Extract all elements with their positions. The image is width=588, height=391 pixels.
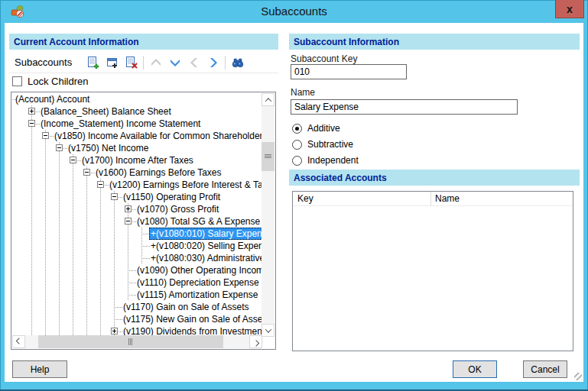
tree-item[interactable]: +(v1080:030) Administrative E [11,252,262,264]
tree-item[interactable]: (v1175) New Gain on Sale of Assets [11,313,262,325]
account-tree: (Account) Account(Balance_Sheet) Balance… [11,92,276,350]
tree-item[interactable]: +(v1080:020) Selling Expense [11,240,262,252]
tree-item[interactable]: (v1150) Operating Profit [11,191,262,203]
tree-item[interactable]: (v1080) Total SG & A Expense [11,215,262,228]
tree-item-label[interactable]: (v1200) Earnings Before Interest & Taxes [108,179,262,191]
tree-item-label[interactable]: (Income_Statement) Income Statement [39,118,202,130]
radio-option-label: Subtractive [307,139,353,150]
name-input[interactable] [291,99,518,115]
tree-item[interactable]: (v1850) Income Available for Common Shar… [11,130,262,142]
collapse-box[interactable] [70,157,76,163]
delete-subaccount-icon[interactable] [122,54,141,71]
tree-item-label[interactable]: (v1700) Income After Taxes [80,154,195,166]
tree-rows: (Account) Account(Balance_Sheet) Balance… [11,93,262,337]
insert-subaccount-icon[interactable] [102,54,122,71]
tree-item-label[interactable]: (v1115) Amortization Expense [135,289,259,301]
associated-accounts-table: Key Name [292,191,573,351]
tree-item[interactable]: (v1090) Other Operating Income/( [11,264,262,276]
tree-item[interactable]: (v1200) Earnings Before Interest & Taxes [11,179,262,191]
tree-item-label[interactable]: (v1175) New Gain on Sale of Assets [122,313,262,325]
radio-option-additive[interactable]: Additive [292,123,340,134]
collapse-box[interactable] [125,218,132,225]
radio-button-icon[interactable] [292,124,302,134]
tree-horizontal-scrollbar[interactable] [12,335,262,348]
move-down-icon[interactable] [165,54,184,71]
cancel-button[interactable]: Cancel [523,360,567,378]
subaccounts-dialog: Subaccounts x Current Account Informatio… [0,0,588,391]
subaccount-key-input[interactable] [291,64,407,79]
move-left-icon[interactable] [184,54,203,71]
name-label: Name [291,87,315,98]
ok-button[interactable]: OK [453,360,497,378]
tree-item-label[interactable]: (v1850) Income Available for Common Shar… [53,130,262,142]
tree-item[interactable]: (v1110) Depreciation Expense [11,276,262,289]
expand-box[interactable] [111,328,118,334]
help-button[interactable]: Help [12,360,67,378]
collapse-box[interactable] [83,169,90,176]
dialog-content: Current Account Information Subaccounts [5,23,583,382]
close-button[interactable]: x [555,0,584,18]
tree-item-label[interactable]: (Balance_Sheet) Balance Sheet [39,105,173,118]
expand-box[interactable] [28,108,35,115]
tree-item[interactable]: (v1170) Gain on Sale of Assets [11,301,262,313]
tree-item[interactable]: +(v1080:010) Salary Expense [11,228,262,240]
tree-item[interactable]: (v1750) Net Income [11,142,262,154]
tree-item-label[interactable]: +(v1080:010) Salary Expense [149,228,262,240]
lock-children-row: Lock Children [12,76,89,87]
scroll-up-button[interactable] [262,93,275,106]
tree-item-label[interactable]: (v1150) Operating Profit [122,191,222,203]
tree-item[interactable]: (Balance_Sheet) Balance Sheet [11,105,262,118]
chevron-down-icon [265,326,271,332]
tree-vertical-scrollbar[interactable] [262,93,275,337]
associated-accounts-table-header: Key Name [293,192,573,206]
tree-item[interactable]: (v1700) Income After Taxes [11,154,262,166]
tree-item-label[interactable]: +(v1080:030) Administrative E [149,252,262,264]
tree-item[interactable]: (v1115) Amortization Expense [11,289,262,301]
move-right-icon[interactable] [203,54,223,71]
tree-item-label[interactable]: (v1170) Gain on Sale of Assets [122,301,251,313]
scroll-left-button[interactable] [12,335,25,348]
tree-item[interactable]: (Account) Account [11,93,262,105]
move-up-icon[interactable] [146,54,165,71]
subaccount-key-label: Subaccount Key [291,53,357,64]
add-subaccount-icon[interactable] [83,54,102,71]
collapse-box[interactable] [56,144,63,151]
tree-item[interactable]: (v1600) Earnings Before Taxes [11,166,262,179]
tree-item-label[interactable]: (v1080) Total SG & A Expense [135,215,262,228]
close-icon: x [567,3,573,15]
lock-children-checkbox[interactable] [12,76,22,86]
expand-box[interactable] [125,205,132,212]
collapse-box[interactable] [42,132,49,139]
scroll-right-button[interactable] [249,335,262,348]
radio-option-subtractive[interactable]: Subtractive [292,139,353,150]
radio-option-label: Independent [307,155,359,166]
tree-item-label[interactable]: (v1110) Depreciation Expense [135,276,261,289]
toolbar-label: Subaccounts [15,57,83,68]
collapse-box[interactable] [111,193,118,200]
tree-item-label[interactable]: (Account) Account [14,93,91,105]
scroll-down-button[interactable] [262,324,275,337]
collapse-box[interactable] [97,181,104,188]
window-title: Subaccounts [0,5,588,18]
tree-item-label[interactable]: (v1070) Gross Profit [135,203,220,215]
horizontal-scroll-thumb[interactable] [38,335,223,348]
radio-button-icon[interactable] [292,140,302,150]
radio-button-icon[interactable] [292,156,302,166]
titlebar[interactable]: Subaccounts x [0,0,588,23]
column-header-name[interactable]: Name [431,193,573,204]
radio-option-independent[interactable]: Independent [292,155,359,166]
resize-grip-icon[interactable] [574,373,582,380]
tree-item[interactable]: (v1070) Gross Profit [11,203,262,215]
tree-item[interactable]: (Income_Statement) Income Statement [11,118,262,130]
vertical-scroll-thumb[interactable] [262,142,275,171]
tree-item-label[interactable]: (v1090) Other Operating Income/( [135,264,262,276]
subaccounts-toolbar: Subaccounts [9,52,278,73]
tree-item-label[interactable]: (v1600) Earnings Before Taxes [94,166,223,179]
toolbar-separator [225,56,226,69]
column-header-key[interactable]: Key [293,192,431,205]
tree-item-label[interactable]: +(v1080:020) Selling Expense [149,240,262,252]
collapse-box[interactable] [28,120,35,127]
find-icon[interactable] [228,54,247,71]
subaccount-info-header-label: Subaccount Information [294,37,399,47]
tree-item-label[interactable]: (v1750) Net Income [67,142,150,154]
